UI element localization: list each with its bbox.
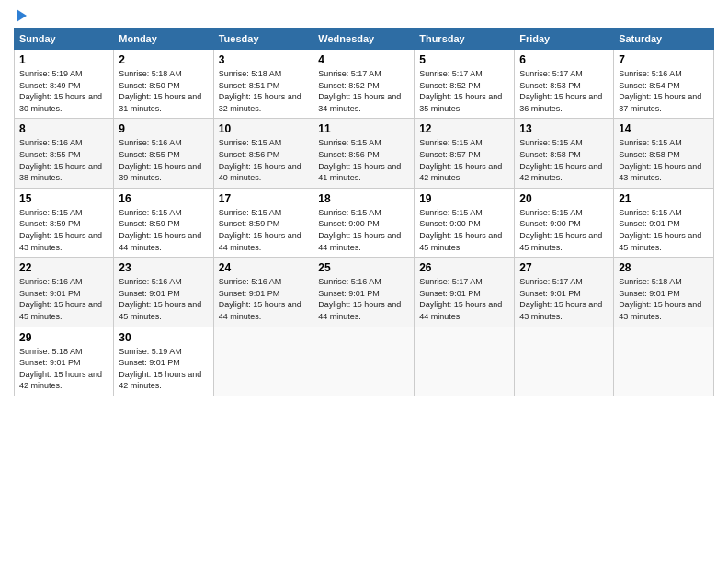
header-thursday: Thursday (415, 29, 515, 50)
day-number: 12 (419, 122, 509, 135)
day-cell: 6Sunrise: 5:17 AM Sunset: 8:53 PM Daylig… (515, 50, 614, 119)
day-cell: 9Sunrise: 5:16 AM Sunset: 8:55 PM Daylig… (114, 119, 213, 188)
day-number: 20 (519, 192, 609, 205)
day-number: 13 (519, 122, 609, 135)
day-cell (313, 327, 415, 396)
day-info: Sunrise: 5:15 AM Sunset: 8:58 PM Dayligh… (519, 137, 609, 183)
logo-blue (14, 9, 27, 22)
day-cell: 21Sunrise: 5:15 AM Sunset: 9:01 PM Dayli… (614, 188, 714, 257)
day-cell: 1Sunrise: 5:19 AM Sunset: 8:49 PM Daylig… (15, 50, 114, 119)
logo (14, 9, 27, 22)
day-info: Sunrise: 5:15 AM Sunset: 9:00 PM Dayligh… (419, 207, 509, 253)
day-cell: 23Sunrise: 5:16 AM Sunset: 9:01 PM Dayli… (114, 258, 213, 327)
day-info: Sunrise: 5:15 AM Sunset: 8:59 PM Dayligh… (19, 207, 108, 253)
week-row-1: 1Sunrise: 5:19 AM Sunset: 8:49 PM Daylig… (15, 50, 714, 119)
day-cell: 5Sunrise: 5:17 AM Sunset: 8:52 PM Daylig… (415, 50, 515, 119)
day-info: Sunrise: 5:18 AM Sunset: 9:01 PM Dayligh… (619, 276, 709, 322)
day-info: Sunrise: 5:15 AM Sunset: 8:56 PM Dayligh… (318, 137, 409, 183)
day-number: 25 (318, 261, 409, 274)
day-info: Sunrise: 5:15 AM Sunset: 9:00 PM Dayligh… (519, 207, 609, 253)
day-info: Sunrise: 5:15 AM Sunset: 8:58 PM Dayligh… (619, 137, 709, 183)
day-cell: 13Sunrise: 5:15 AM Sunset: 8:58 PM Dayli… (515, 119, 614, 188)
day-info: Sunrise: 5:16 AM Sunset: 9:01 PM Dayligh… (318, 276, 409, 322)
day-cell: 7Sunrise: 5:16 AM Sunset: 8:54 PM Daylig… (614, 50, 714, 119)
day-number: 2 (119, 53, 208, 66)
day-number: 22 (19, 261, 108, 274)
day-cell: 22Sunrise: 5:16 AM Sunset: 9:01 PM Dayli… (15, 258, 114, 327)
day-cell: 19Sunrise: 5:15 AM Sunset: 9:00 PM Dayli… (415, 188, 515, 257)
week-row-3: 15Sunrise: 5:15 AM Sunset: 8:59 PM Dayli… (15, 188, 714, 257)
day-number: 9 (119, 122, 208, 135)
day-cell (415, 327, 515, 396)
day-number: 18 (318, 192, 409, 205)
day-cell: 15Sunrise: 5:15 AM Sunset: 8:59 PM Dayli… (15, 188, 114, 257)
day-number: 23 (119, 261, 208, 274)
day-info: Sunrise: 5:17 AM Sunset: 8:52 PM Dayligh… (318, 68, 409, 114)
header-wednesday: Wednesday (313, 29, 415, 50)
day-number: 26 (419, 261, 509, 274)
day-info: Sunrise: 5:16 AM Sunset: 9:01 PM Dayligh… (19, 276, 108, 322)
day-info: Sunrise: 5:16 AM Sunset: 9:01 PM Dayligh… (119, 276, 208, 322)
day-number: 27 (519, 261, 609, 274)
day-info: Sunrise: 5:15 AM Sunset: 8:59 PM Dayligh… (219, 207, 309, 253)
header-monday: Monday (114, 29, 213, 50)
day-number: 4 (318, 53, 409, 66)
day-info: Sunrise: 5:17 AM Sunset: 9:01 PM Dayligh… (519, 276, 609, 322)
day-number: 1 (19, 53, 108, 66)
day-info: Sunrise: 5:19 AM Sunset: 9:01 PM Dayligh… (119, 346, 208, 392)
day-cell: 18Sunrise: 5:15 AM Sunset: 9:00 PM Dayli… (313, 188, 415, 257)
day-info: Sunrise: 5:16 AM Sunset: 9:01 PM Dayligh… (219, 276, 309, 322)
day-number: 8 (19, 122, 108, 135)
day-cell: 14Sunrise: 5:15 AM Sunset: 8:58 PM Dayli… (614, 119, 714, 188)
day-cell: 8Sunrise: 5:16 AM Sunset: 8:55 PM Daylig… (15, 119, 114, 188)
day-number: 19 (419, 192, 509, 205)
header-sunday: Sunday (15, 29, 114, 50)
day-info: Sunrise: 5:19 AM Sunset: 8:49 PM Dayligh… (19, 68, 108, 114)
day-cell: 16Sunrise: 5:15 AM Sunset: 8:59 PM Dayli… (114, 188, 213, 257)
day-info: Sunrise: 5:15 AM Sunset: 9:00 PM Dayligh… (318, 207, 409, 253)
header-tuesday: Tuesday (213, 29, 313, 50)
day-info: Sunrise: 5:18 AM Sunset: 8:50 PM Dayligh… (119, 68, 208, 114)
day-info: Sunrise: 5:15 AM Sunset: 9:01 PM Dayligh… (619, 207, 709, 253)
day-info: Sunrise: 5:15 AM Sunset: 8:56 PM Dayligh… (219, 137, 309, 183)
day-cell: 25Sunrise: 5:16 AM Sunset: 9:01 PM Dayli… (313, 258, 415, 327)
day-cell: 30Sunrise: 5:19 AM Sunset: 9:01 PM Dayli… (114, 327, 213, 396)
day-cell: 2Sunrise: 5:18 AM Sunset: 8:50 PM Daylig… (114, 50, 213, 119)
week-row-2: 8Sunrise: 5:16 AM Sunset: 8:55 PM Daylig… (15, 119, 714, 188)
header-saturday: Saturday (614, 29, 714, 50)
day-number: 29 (19, 331, 108, 344)
day-number: 21 (619, 192, 709, 205)
day-info: Sunrise: 5:16 AM Sunset: 8:55 PM Dayligh… (19, 137, 108, 183)
day-cell: 4Sunrise: 5:17 AM Sunset: 8:52 PM Daylig… (313, 50, 415, 119)
day-info: Sunrise: 5:17 AM Sunset: 9:01 PM Dayligh… (419, 276, 509, 322)
week-row-4: 22Sunrise: 5:16 AM Sunset: 9:01 PM Dayli… (15, 258, 714, 327)
day-number: 16 (119, 192, 208, 205)
day-number: 30 (119, 331, 208, 344)
day-number: 11 (318, 122, 409, 135)
day-cell: 24Sunrise: 5:16 AM Sunset: 9:01 PM Dayli… (213, 258, 313, 327)
day-cell (614, 327, 714, 396)
day-number: 17 (219, 192, 309, 205)
header (14, 9, 714, 22)
day-cell: 28Sunrise: 5:18 AM Sunset: 9:01 PM Dayli… (614, 258, 714, 327)
day-info: Sunrise: 5:18 AM Sunset: 8:51 PM Dayligh… (219, 68, 309, 114)
day-cell (213, 327, 313, 396)
day-info: Sunrise: 5:16 AM Sunset: 8:55 PM Dayligh… (119, 137, 208, 183)
day-cell: 3Sunrise: 5:18 AM Sunset: 8:51 PM Daylig… (213, 50, 313, 119)
day-info: Sunrise: 5:15 AM Sunset: 8:59 PM Dayligh… (119, 207, 208, 253)
day-cell: 29Sunrise: 5:18 AM Sunset: 9:01 PM Dayli… (15, 327, 114, 396)
day-number: 7 (619, 53, 709, 66)
day-cell: 20Sunrise: 5:15 AM Sunset: 9:00 PM Dayli… (515, 188, 614, 257)
day-number: 24 (219, 261, 309, 274)
day-number: 10 (219, 122, 309, 135)
day-number: 15 (19, 192, 108, 205)
day-info: Sunrise: 5:16 AM Sunset: 8:54 PM Dayligh… (619, 68, 709, 114)
day-cell: 10Sunrise: 5:15 AM Sunset: 8:56 PM Dayli… (213, 119, 313, 188)
header-friday: Friday (515, 29, 614, 50)
day-number: 3 (219, 53, 309, 66)
day-number: 6 (519, 53, 609, 66)
logo-arrow-icon (17, 9, 27, 22)
calendar-table: SundayMondayTuesdayWednesdayThursdayFrid… (14, 28, 714, 396)
day-cell: 11Sunrise: 5:15 AM Sunset: 8:56 PM Dayli… (313, 119, 415, 188)
day-info: Sunrise: 5:15 AM Sunset: 8:57 PM Dayligh… (419, 137, 509, 183)
